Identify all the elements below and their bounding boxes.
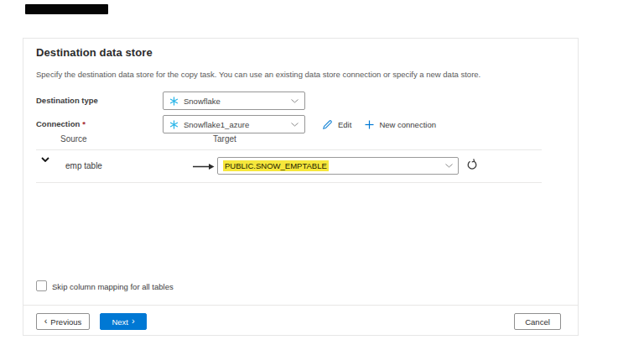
- new-connection-button[interactable]: New connection: [365, 120, 436, 129]
- skip-column-mapping-checkbox[interactable]: [36, 280, 47, 291]
- page-subtitle: Specify the destination data store for t…: [36, 70, 480, 79]
- next-button-label: Next: [112, 317, 128, 327]
- destination-data-store-panel: Destination data store Specify the desti…: [23, 38, 579, 336]
- snowflake-icon: [169, 97, 179, 106]
- column-header-target: Target: [213, 134, 236, 144]
- connection-actions: Edit New connection: [322, 115, 436, 133]
- skip-column-mapping-label: Skip column mapping for all tables: [52, 282, 174, 291]
- previous-button-label: Previous: [50, 317, 81, 327]
- table-header-divider: [36, 149, 542, 150]
- cancel-button[interactable]: Cancel: [514, 313, 561, 330]
- target-table-combobox[interactable]: PUBLIC.SNOW_EMPTABLE: [217, 157, 459, 175]
- snowflake-icon: [169, 120, 179, 129]
- refresh-icon[interactable]: [466, 159, 478, 170]
- next-button[interactable]: Next ›: [100, 313, 147, 330]
- destination-type-value: Snowflake: [184, 97, 221, 106]
- row-expand-chevron-icon[interactable]: [41, 157, 49, 162]
- column-header-source: Source: [60, 134, 87, 144]
- chevron-down-icon: [445, 164, 453, 168]
- chevron-down-icon: [291, 123, 299, 127]
- cancel-button-label: Cancel: [525, 317, 550, 327]
- page-title: Destination data store: [36, 46, 153, 59]
- connection-label-text: Connection: [36, 119, 80, 128]
- connection-dropdown[interactable]: Snowflake1_azure: [163, 115, 305, 133]
- plus-icon: [365, 120, 374, 129]
- copy-data-tool-screen: Destination data store Specify the desti…: [0, 0, 644, 340]
- destination-type-label: Destination type: [36, 96, 98, 105]
- footer-divider: [23, 305, 578, 306]
- table-row-divider: [36, 182, 542, 183]
- chevron-left-icon: ‹: [44, 316, 48, 326]
- redaction-bar: [25, 4, 108, 14]
- target-table-value: PUBLIC.SNOW_EMPTABLE: [223, 160, 329, 171]
- edit-connection-button[interactable]: Edit: [322, 119, 351, 130]
- source-table-name: emp table: [65, 161, 102, 170]
- chevron-right-icon: ›: [132, 316, 135, 326]
- mapping-arrow-icon: [193, 163, 215, 170]
- new-connection-label: New connection: [379, 120, 436, 129]
- required-asterisk: *: [82, 119, 86, 128]
- connection-value: Snowflake1_azure: [184, 120, 249, 129]
- destination-type-dropdown[interactable]: Snowflake: [163, 92, 305, 110]
- edit-label: Edit: [338, 120, 351, 129]
- pencil-icon: [322, 119, 333, 130]
- previous-button[interactable]: ‹ Previous: [36, 313, 90, 330]
- connection-label: Connection*: [36, 119, 86, 128]
- chevron-down-icon: [291, 99, 299, 103]
